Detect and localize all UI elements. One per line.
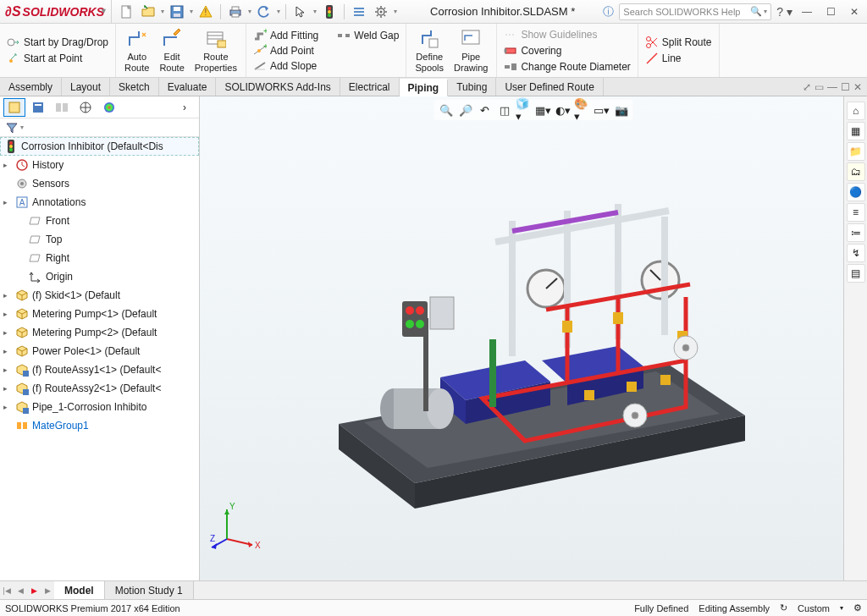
tree-item[interactable]: MateGroup1	[0, 416, 199, 435]
hide-show-icon[interactable]: ◐▾	[555, 102, 572, 118]
expand-toggle-icon[interactable]: ▸	[3, 403, 12, 411]
tab-assembly[interactable]: Assembly	[0, 78, 62, 96]
tab-addins[interactable]: SOLIDWORKS Add-Ins	[216, 78, 340, 96]
start-drag-drop-button[interactable]: Start by Drag/Drop	[5, 35, 110, 50]
show-guidelines-button[interactable]: Show Guidelines	[502, 27, 632, 42]
tree-item[interactable]: ▸(f) RouteAssy2<1> (Default<	[0, 379, 199, 398]
nav-prev-icon[interactable]: ◀	[14, 581, 27, 599]
add-fitting-button[interactable]: +Add Fitting	[251, 28, 320, 43]
add-slope-button[interactable]: Add Slope	[251, 58, 320, 74]
tab-tubing[interactable]: Tubing	[448, 78, 496, 96]
undo-button[interactable]	[255, 3, 273, 21]
covering-button[interactable]: Covering	[502, 43, 632, 58]
expand-toggle-icon[interactable]: ▸	[3, 198, 12, 206]
help-icon[interactable]: ⓘ	[603, 4, 614, 19]
pipe-drawing-button[interactable]: Pipe Drawing	[450, 26, 491, 74]
tree-item[interactable]: ▸Pipe_1-Corrosion Inhibito	[0, 398, 199, 416]
display-style-icon[interactable]: ▦▾	[535, 102, 552, 118]
taskpane-forum-icon[interactable]: ≔	[847, 223, 865, 242]
print-button[interactable]	[226, 3, 245, 21]
doc-close-button[interactable]: ✕	[853, 81, 862, 93]
tree-item[interactable]: ▸Power Pole<1> (Default	[0, 342, 199, 360]
doc-maximize-button[interactable]: ☐	[841, 81, 850, 93]
view-orientation-icon[interactable]: 🧊▾	[516, 102, 533, 118]
zoom-fit-icon[interactable]: 🔍	[438, 102, 455, 118]
help-dropdown-button[interactable]: ? ▾	[776, 5, 792, 19]
logo-dropdown-icon[interactable]: ▼	[100, 7, 108, 15]
expand-toggle-icon[interactable]: ▸	[3, 366, 12, 374]
split-route-button[interactable]: Split Route	[643, 35, 714, 50]
tree-item[interactable]: ▸History	[0, 156, 199, 174]
prev-view-icon[interactable]: ↶	[477, 102, 494, 118]
settings-gear-button[interactable]	[372, 3, 390, 21]
ft-tab-more[interactable]: ›	[174, 98, 196, 117]
expand-toggle-icon[interactable]: ▸	[3, 291, 12, 300]
tree-item[interactable]: ▸(f) RouteAssy1<1> (Default<	[0, 360, 199, 379]
auto-route-button[interactable]: Auto Route	[121, 26, 152, 74]
expand-toggle-icon[interactable]: ▸	[3, 384, 12, 393]
nav-first-icon[interactable]: |◀	[0, 581, 14, 599]
taskpane-appearances-icon[interactable]: 🔵	[847, 183, 865, 201]
tree-item[interactable]: Front	[0, 212, 199, 230]
tab-evaluate[interactable]: Evaluate	[159, 78, 217, 96]
ft-tab-display[interactable]	[98, 98, 120, 117]
define-spools-button[interactable]: Define Spools	[411, 26, 447, 74]
nav-next-icon[interactable]: ▶	[41, 581, 54, 599]
change-diameter-button[interactable]: Change Route Diameter	[502, 59, 632, 74]
scene-icon[interactable]: ▭▾	[594, 102, 610, 118]
warning-icon[interactable]: !	[196, 3, 215, 21]
tree-item[interactable]: Origin	[0, 267, 199, 286]
tree-item[interactable]: ▸Metering Pump<2> (Default	[0, 323, 199, 342]
tab-user-route[interactable]: User Defined Route	[496, 78, 603, 96]
save-button[interactable]	[168, 3, 186, 21]
section-view-icon[interactable]: ◫	[496, 102, 513, 118]
appearance-icon[interactable]: 🎨▾	[574, 102, 591, 118]
ft-tab-property-manager[interactable]	[27, 98, 49, 117]
start-at-point-button[interactable]: Start at Point	[5, 51, 110, 66]
maximize-button[interactable]: ☐	[820, 3, 842, 20]
tile-icon[interactable]: ▭	[815, 81, 824, 93]
tab-sketch[interactable]: Sketch	[110, 78, 159, 96]
taskpane-view-palette-icon[interactable]: 🗂	[847, 162, 865, 181]
tab-piping[interactable]: Piping	[400, 79, 449, 96]
taskpane-extra-icon[interactable]: ▤	[847, 264, 865, 283]
taskpane-routing-icon[interactable]: ↯	[847, 244, 865, 262]
taskpane-home-icon[interactable]: ⌂	[847, 102, 865, 120]
ft-tab-configuration[interactable]	[51, 98, 73, 117]
tab-electrical[interactable]: Electrical	[340, 78, 400, 96]
close-button[interactable]: ✕	[843, 3, 865, 20]
render-icon[interactable]: 📷	[613, 102, 630, 118]
ft-tab-feature-tree[interactable]	[3, 98, 25, 117]
taskpane-file-explorer-icon[interactable]: 📁	[847, 142, 865, 161]
select-button[interactable]	[291, 3, 310, 21]
status-gear-icon[interactable]: ⚙	[853, 602, 862, 613]
route-properties-button[interactable]: Route Properties	[191, 26, 240, 74]
ft-tab-dimxpert[interactable]	[75, 98, 97, 117]
search-box[interactable]: Search SOLIDWORKS Help 🔍 ▾	[619, 3, 771, 20]
open-file-button[interactable]	[139, 3, 157, 21]
expand-toggle-icon[interactable]: ▸	[3, 347, 12, 355]
status-rebuild-icon[interactable]: ↻	[780, 602, 787, 613]
tree-root[interactable]: Corrosion Inhibitor (Default<Dis	[0, 137, 199, 156]
weld-gap-button[interactable]: Weld Gap	[335, 28, 400, 43]
nav-play-icon[interactable]: ▶	[27, 581, 41, 599]
zoom-area-icon[interactable]: 🔎	[457, 102, 474, 118]
options-button[interactable]	[350, 3, 368, 21]
doc-minimize-button[interactable]: —	[827, 81, 837, 93]
traffic-light-icon[interactable]	[320, 3, 339, 21]
expand-toggle-icon[interactable]: ▸	[3, 328, 12, 337]
bottom-tab-model[interactable]: Model	[54, 581, 105, 599]
new-file-button[interactable]	[117, 3, 135, 21]
tree-item[interactable]: ▸(f) Skid<1> (Default	[0, 286, 199, 305]
orientation-triad[interactable]: X Y Z	[210, 501, 261, 552]
tree-item[interactable]: Sensors	[0, 174, 199, 193]
tree-item[interactable]: ▸Metering Pump<1> (Default	[0, 305, 199, 323]
expand-toggle-icon[interactable]: ▸	[3, 310, 12, 318]
tab-layout[interactable]: Layout	[62, 78, 110, 96]
taskpane-design-library-icon[interactable]: ▦	[847, 122, 865, 140]
viewport-3d[interactable]: 🔍 🔎 ↶ ◫ 🧊▾ ▦▾ ◐▾ 🎨▾ ▭▾ 📷	[200, 96, 867, 580]
expand-toggle-icon[interactable]: ▸	[3, 161, 12, 169]
expand-icon[interactable]: ⤢	[803, 81, 811, 93]
bottom-tab-motion-study[interactable]: Motion Study 1	[105, 581, 194, 599]
tree-item[interactable]: Right	[0, 249, 199, 267]
